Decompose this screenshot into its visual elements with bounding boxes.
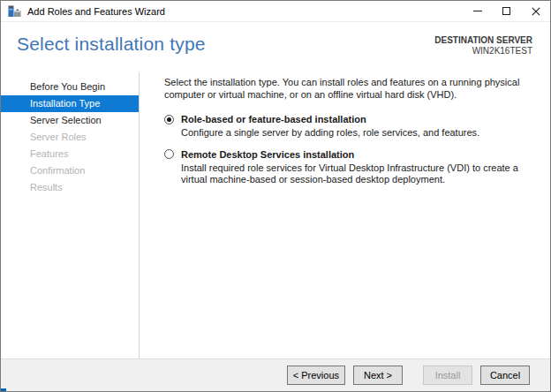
close-button[interactable]	[521, 1, 550, 21]
window-controls	[463, 1, 550, 21]
title-bar[interactable]: Add Roles and Features Wizard	[1, 1, 550, 22]
previous-button[interactable]: < Previous	[287, 366, 345, 385]
option-role-based-label: Role-based or feature-based installation	[181, 114, 366, 124]
wizard-icon	[8, 4, 22, 19]
sidebar-item-confirmation: Confirmation	[1, 162, 139, 179]
sidebar-item-features: Features	[1, 146, 139, 162]
destination-server-name: WIN2K16TEST	[434, 46, 532, 57]
minimize-button[interactable]	[463, 1, 492, 21]
option-remote-desktop-description: Install required role services for Virtu…	[181, 162, 532, 186]
maximize-icon	[502, 7, 510, 15]
install-button[interactable]: Install	[423, 366, 472, 385]
next-button[interactable]: Next >	[353, 366, 403, 385]
sidebar-item-before-you-begin[interactable]: Before You Begin	[1, 79, 139, 95]
screen-corner-artifact	[1, 388, 6, 391]
sidebar-item-server-roles: Server Roles	[1, 129, 139, 146]
option-remote-desktop[interactable]: Remote Desktop Services installation Ins…	[164, 149, 532, 186]
wizard-header: Select installation type DESTINATION SER…	[1, 22, 550, 72]
sidebar-item-installation-type[interactable]: Installation Type	[1, 95, 139, 112]
wizard-window: Add Roles and Features Wizard Select ins…	[0, 0, 551, 392]
destination-server-label: DESTINATION SERVER	[434, 35, 532, 46]
wizard-steps-sidebar: Before You Begin Installation Type Serve…	[1, 72, 140, 358]
minimize-icon	[473, 11, 482, 11]
sidebar-item-server-selection[interactable]: Server Selection	[1, 112, 139, 129]
window-title: Add Roles and Features Wizard	[27, 6, 463, 17]
destination-server-block: DESTINATION SERVER WIN2K16TEST	[434, 35, 532, 72]
wizard-footer: < Previous Next > Install Cancel	[1, 358, 550, 391]
sidebar-item-results: Results	[1, 179, 139, 196]
intro-text: Select the installation type. You can in…	[164, 77, 532, 101]
option-role-based-description: Configure a single server by adding role…	[181, 127, 532, 139]
wizard-content: Select the installation type. You can in…	[140, 72, 550, 358]
cancel-button[interactable]: Cancel	[480, 366, 530, 385]
radio-role-based-selected[interactable]	[164, 115, 174, 124]
option-role-based[interactable]: Role-based or feature-based installation…	[164, 114, 532, 139]
page-title: Select installation type	[17, 34, 206, 72]
close-icon	[532, 7, 540, 16]
maximize-button[interactable]	[492, 1, 521, 21]
wizard-body: Before You Begin Installation Type Serve…	[1, 72, 550, 358]
radio-remote-desktop-unselected[interactable]	[164, 149, 174, 159]
option-remote-desktop-label: Remote Desktop Services installation	[181, 149, 354, 160]
